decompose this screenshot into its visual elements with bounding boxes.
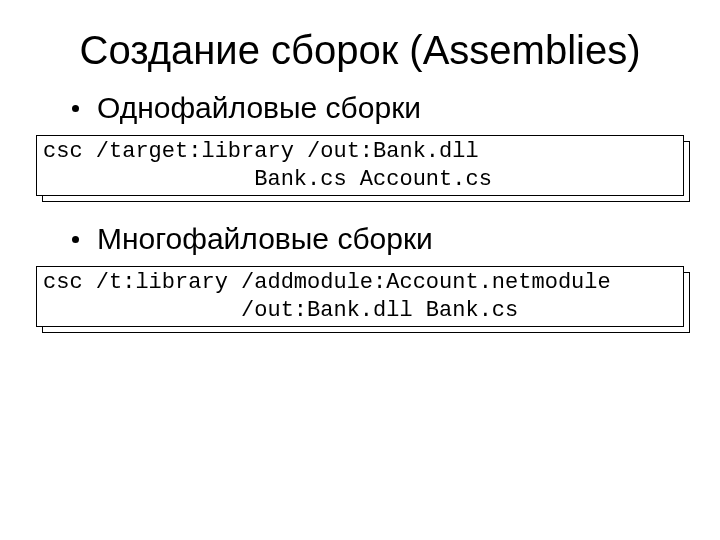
bullet-single-label: Однофайловые сборки	[97, 91, 421, 124]
bullet-dot-icon	[72, 236, 79, 243]
bullet-multi-label: Многофайловые сборки	[97, 222, 433, 255]
bullet-multi-file: Многофайловые сборки	[72, 222, 684, 256]
slide: Создание сборок (Assemblies) Однофайловы…	[0, 0, 720, 540]
codeblock-single: csc /target:library /out:Bank.dll Bank.c…	[36, 135, 684, 196]
slide-title: Создание сборок (Assemblies)	[36, 28, 684, 73]
codeblock-single-wrap: csc /target:library /out:Bank.dll Bank.c…	[36, 135, 684, 196]
codeblock-multi-wrap: csc /t:library /addmodule:Account.netmod…	[36, 266, 684, 327]
bullet-single-file: Однофайловые сборки	[72, 91, 684, 125]
codeblock-multi: csc /t:library /addmodule:Account.netmod…	[36, 266, 684, 327]
bullet-dot-icon	[72, 105, 79, 112]
